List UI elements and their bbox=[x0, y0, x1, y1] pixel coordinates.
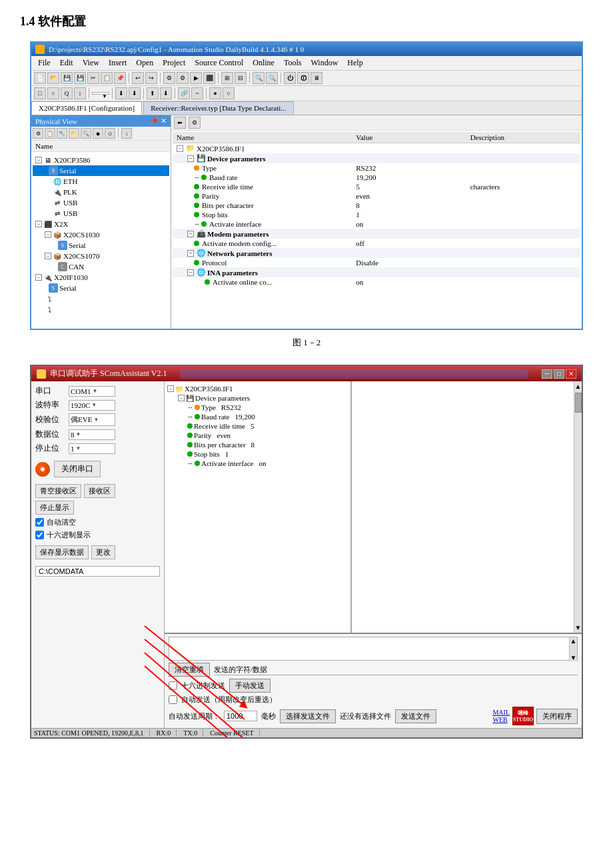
pv-tb-btn7[interactable]: ◇ bbox=[105, 128, 115, 139]
pv-pin[interactable]: 📌 bbox=[150, 117, 159, 125]
tb2-equals[interactable]: = bbox=[191, 87, 203, 99]
port-select[interactable]: COM1 ▼ bbox=[69, 386, 115, 397]
pv-tb-btn1[interactable]: ⚙ bbox=[33, 128, 43, 139]
clear-send-btn[interactable]: 清空重填 bbox=[169, 663, 210, 677]
close-btn-win[interactable]: ✕ bbox=[566, 369, 576, 379]
change-btn[interactable]: 更改 bbox=[91, 545, 115, 559]
tb-power[interactable]: ⏻ bbox=[284, 72, 296, 84]
auto-clear-checkbox[interactable] bbox=[35, 518, 44, 527]
cfg-tb-btn1[interactable]: ⬅ bbox=[174, 117, 186, 129]
tb2-dropdown[interactable]: ▼ bbox=[92, 92, 109, 95]
tb-undo[interactable]: ↩ bbox=[132, 72, 144, 84]
scroll-thumb[interactable] bbox=[575, 393, 582, 413]
tree-row-if1030[interactable]: − 🔌 X20IF1030 bbox=[33, 272, 169, 283]
pv-tb-btn6[interactable]: ◆ bbox=[93, 128, 103, 139]
tree-row-if1030-serial[interactable]: S Serial bbox=[33, 283, 169, 293]
tb2-circle2[interactable]: ○ bbox=[223, 87, 235, 99]
send-file-btn[interactable]: 发送文件 bbox=[395, 709, 436, 723]
tree-row-cs1030-serial[interactable]: S Serial bbox=[33, 240, 169, 251]
menu-view[interactable]: View bbox=[79, 57, 103, 69]
menu-project[interactable]: Project bbox=[159, 57, 189, 69]
tree-row-x2x[interactable]: − ⬛ X2X bbox=[33, 219, 169, 229]
tb2-btn1[interactable]: □ bbox=[34, 87, 46, 99]
tb2-nav1[interactable]: ⬆ bbox=[147, 87, 159, 99]
menu-edit[interactable]: Edit bbox=[56, 57, 77, 69]
menu-insert[interactable]: Insert bbox=[105, 57, 131, 69]
expand-network[interactable]: − bbox=[187, 250, 194, 257]
tb2-btn3[interactable]: Q bbox=[61, 87, 73, 99]
auto-send-checkbox[interactable] bbox=[169, 695, 177, 704]
tree-row-io2[interactable]: ⤵ bbox=[33, 304, 169, 315]
expand-device[interactable]: − bbox=[187, 155, 194, 162]
tree-row-serial[interactable]: S Serial bbox=[33, 165, 169, 176]
tb-build1[interactable]: ⚙ bbox=[163, 72, 175, 84]
tb-redo[interactable]: ↪ bbox=[145, 72, 157, 84]
tree-row-can[interactable]: C CAN bbox=[33, 261, 169, 272]
tb-power2[interactable]: ⏼ bbox=[297, 72, 309, 84]
expand-scom-device[interactable]: − bbox=[178, 395, 185, 401]
pv-tb-btn2[interactable]: 📋 bbox=[45, 128, 55, 139]
send-textarea[interactable] bbox=[169, 637, 569, 660]
pv-tb-btn8[interactable]: ↓ bbox=[121, 128, 132, 139]
expand-ina[interactable]: − bbox=[187, 269, 194, 276]
tree-row-cs1030[interactable]: − 📦 X20CS1030 bbox=[33, 229, 169, 240]
menu-online[interactable]: Online bbox=[249, 57, 279, 69]
hex-display-checkbox[interactable] bbox=[35, 531, 44, 539]
tb-cut[interactable]: ✂ bbox=[87, 72, 99, 84]
tb-copy[interactable]: 📋 bbox=[101, 72, 113, 84]
mail-link[interactable]: MAIL bbox=[492, 709, 510, 716]
log-scrollbar[interactable]: ▲ ▼ bbox=[574, 381, 582, 633]
tb-monitor[interactable]: 🖥 bbox=[310, 72, 322, 84]
tab-config[interactable]: X20CP3586.IF1 [Configuration] bbox=[31, 101, 142, 115]
tb-build3[interactable]: ▶ bbox=[190, 72, 202, 84]
manual-send-btn[interactable]: 手动发送 bbox=[229, 679, 271, 693]
tb2-filter2[interactable]: ⬇ bbox=[129, 87, 141, 99]
stop-display-btn[interactable]: 停止显示 bbox=[35, 501, 74, 515]
expand-scom-root[interactable]: − bbox=[167, 385, 174, 392]
menu-help[interactable]: Help bbox=[343, 57, 366, 69]
data-select[interactable]: 8 ▼ bbox=[69, 429, 115, 440]
pv-close[interactable]: ✕ bbox=[161, 117, 167, 125]
stop-select[interactable]: 1 ▼ bbox=[69, 443, 115, 454]
save-display-btn[interactable]: 保存显示数据 bbox=[35, 545, 89, 559]
clear-recv-btn[interactable]: 青空接收区 bbox=[35, 484, 81, 498]
menu-open[interactable]: Open bbox=[132, 57, 157, 69]
pv-tb-btn4[interactable]: 📁 bbox=[69, 128, 79, 139]
tree-row-usb1[interactable]: ⇌ USB bbox=[33, 197, 169, 208]
expand-cfg-root[interactable]: − bbox=[177, 145, 183, 152]
expand-root[interactable]: − bbox=[35, 157, 42, 163]
menu-window[interactable]: Window bbox=[306, 57, 342, 69]
tb2-link[interactable]: 🔗 bbox=[178, 87, 190, 99]
tb2-nav2[interactable]: ⬇ bbox=[160, 87, 172, 99]
tree-row-cs1070[interactable]: − 📦 X20CS1070 bbox=[33, 251, 169, 261]
send-scroll-down[interactable]: ▼ bbox=[570, 654, 577, 661]
menu-file[interactable]: File bbox=[34, 57, 55, 69]
tb-grid2[interactable]: ⊟ bbox=[235, 72, 247, 84]
minimize-btn[interactable]: ─ bbox=[542, 369, 552, 379]
cfg-tb-btn2[interactable]: ⚙ bbox=[189, 117, 201, 129]
tb-paste[interactable]: 📌 bbox=[114, 72, 126, 84]
tree-row-io1[interactable]: ⤵ bbox=[33, 293, 169, 304]
tree-row-root[interactable]: − 🖥 X20CP3586 bbox=[33, 155, 169, 165]
tb-save-all[interactable]: 💾 bbox=[74, 72, 86, 84]
tb2-filter1[interactable]: ⬇ bbox=[115, 87, 127, 99]
tb-search2[interactable]: 🔍 bbox=[266, 72, 278, 84]
tb2-btn4[interactable]: ↕ bbox=[74, 87, 86, 99]
tb-save[interactable]: 💾 bbox=[61, 72, 73, 84]
close-prog-btn[interactable]: 关闭程序 bbox=[536, 709, 578, 724]
expand-if1030[interactable]: − bbox=[35, 274, 42, 281]
tb2-circle1[interactable]: ● bbox=[209, 87, 221, 99]
as-menubar[interactable]: File Edit View Insert Open Project Sourc… bbox=[31, 56, 582, 71]
send-scroll-up[interactable]: ▲ bbox=[570, 637, 577, 645]
tree-row-eth[interactable]: 🌐 ETH bbox=[33, 176, 169, 187]
parity-select[interactable]: 偶EVE ▼ bbox=[69, 413, 115, 426]
expand-x2x[interactable]: − bbox=[35, 221, 42, 227]
web-link[interactable]: WEB bbox=[492, 716, 510, 723]
tab-receiver[interactable]: Receiver::Receiver.typ [Data Type Declar… bbox=[143, 101, 293, 115]
expand-cs1030[interactable]: − bbox=[45, 231, 51, 238]
menu-tools[interactable]: Tools bbox=[280, 57, 306, 69]
baud-select[interactable]: 1920C ▼ bbox=[69, 400, 115, 411]
maximize-btn[interactable]: □ bbox=[554, 369, 564, 379]
hex-send-checkbox[interactable] bbox=[169, 681, 177, 690]
tb-build2[interactable]: ⚙ bbox=[177, 72, 189, 84]
